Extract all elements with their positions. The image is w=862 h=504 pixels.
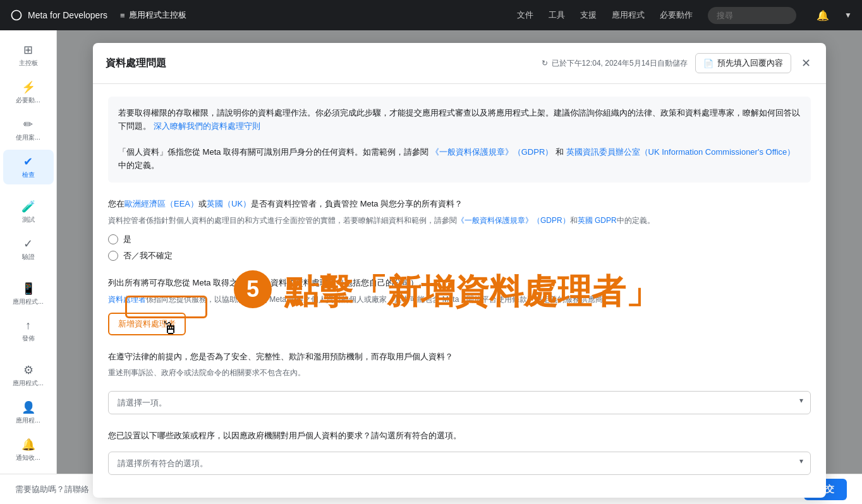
sidebar-item-label: 驗證 [22,253,35,261]
q3-question: 在遵守法律的前提內，您是否為了安全、完整性、欺詐和濫用預防機制，而存取用戶個人資… [108,351,811,364]
sidebar-item-usage[interactable]: ✏ 使用案... [3,112,54,147]
sidebar-item-label: 主控板 [19,59,38,68]
sidebar-item-app[interactable]: 📱 應用程式... [3,277,54,311]
modal-dialog: 資料處理問題 ↻ 已於下午12:04, 2024年5月14日自動儲存 📄 預先填… [93,43,826,498]
q1-question: 您在歐洲經濟區（EEA）或英國（UK）是否有資料控管者，負責管控 Meta 與您… [108,198,811,211]
sidebar-item-verify[interactable]: ✓ 驗證 [3,232,54,267]
q2-section: 列出所有將可存取您從 Meta 取得之用戶個人資料的資料處理者（包括您自己的公司… [108,277,811,335]
q3-dropdown-wrapper: 請選擇一項。 ▾ [108,386,811,414]
modal-title: 資料處理問題 [106,57,166,70]
nav-link-apps[interactable]: 應用程式 [612,9,645,21]
uk-gdpr-link[interactable]: 英國 GDPR [578,216,617,225]
data-policy-link[interactable]: 深入瞭解我們的資料處理守則 [154,121,260,131]
review-icon: ✔ [23,155,33,169]
sidebar-item-publish[interactable]: ↑ 發佈 [3,314,54,348]
q1-section: 您在歐洲經濟區（EEA）或英國（UK）是否有資料控管者，負責管控 Meta 與您… [108,198,811,261]
add-processor-label: 新增資料處理者 [118,318,176,330]
gdpr-link[interactable]: 《一般資料保護規章》（GDPR） [431,147,554,157]
q1-yes-radio[interactable] [108,234,118,244]
sidebar-item-label: 發佈 [22,334,35,343]
close-button[interactable]: ✕ [799,54,813,73]
q3-dropdown[interactable]: 請選擇一項。 [108,391,811,414]
sidebar-item-label: 測試 [22,215,35,224]
modal-body[interactable]: 若要取得權限的存取權限，請說明你的資料處理作法。你必須完成此步驟，才能提交應用程… [93,84,826,498]
test-icon: 🧪 [21,200,35,213]
q1-yes-label[interactable]: 是 [123,234,131,245]
nav-link-tools[interactable]: 工具 [549,9,565,21]
main-content: 資料處理問題 ↻ 已於下午12:04, 2024年5月14日自動儲存 📄 預先填… [57,30,862,474]
app-icon: 📱 [21,282,35,296]
settings-icon: ⚙ [23,363,33,377]
search-input[interactable] [708,7,796,24]
q2-note: 資料處理者係指向您提供服務，以協助您處理從 Meta 取得之個人資料的個人或廠家… [108,294,811,305]
sidebar-item-review[interactable]: ✔ 檢查 [3,150,54,184]
required-icon: ⚡ [21,80,35,94]
uk-link[interactable]: 英國（UK） [207,199,251,208]
top-navigation: Meta for Developers ≡ 應用程式主控板 文件 工具 支援 應… [0,0,862,30]
sidebar-item-required[interactable]: ⚡ 必要動... [3,75,54,110]
publish-icon: ↑ [25,319,31,332]
sidebar-item-notifications[interactable]: 🔔 通知收... [3,433,54,467]
top-nav-links: 文件 工具 支援 應用程式 必要動作 🔔 ▼ [517,7,852,24]
ico-suffix: 中的定義。 [118,160,159,170]
eea-link[interactable]: 歐洲經濟區（EEA） [124,199,198,208]
bell-icon[interactable]: 🔔 [816,9,829,21]
q1-no-option[interactable]: 否／我不確定 [108,250,811,261]
q1-note: 資料控管者係指針對個人資料的處理目的和方式進行全面控管的實體，若要瞭解詳細資料和… [108,215,811,226]
info-block: 若要取得權限的存取權限，請說明你的資料處理作法。你必須完成此步驟，才能提交應用程… [108,97,811,183]
verify-icon: ✓ [23,237,33,251]
gdpr-note-link[interactable]: 《一般資料保護規章》（GDPR） [457,216,570,225]
prefill-icon: 📄 [703,59,713,68]
modal-header: 資料處理問題 ↻ 已於下午12:04, 2024年5月14日自動儲存 📄 預先填… [93,43,826,84]
meta-logo[interactable]: Meta for Developers [10,9,107,21]
notifications-icon: 🔔 [21,438,35,452]
processor-link[interactable]: 資料處理者 [108,295,146,304]
q1-no-label[interactable]: 否／我不確定 [123,250,173,261]
users-icon: 👤 [21,400,35,414]
q4-question: 您已設置以下哪些政策或程序，以因應政府機關對用戶個人資料的要求？請勾選所有符合的… [108,429,811,443]
q1-no-radio[interactable] [108,251,118,261]
chevron-down-icon[interactable]: ▼ [844,11,852,20]
sidebar-item-label: 應用程式... [13,379,43,388]
q4-section: 您已設置以下哪些政策或程序，以因應政府機關對用戶個人資料的要求？請勾選所有符合的… [108,429,811,475]
add-processor-button[interactable]: 新增資料處理者 [108,313,186,335]
refresh-icon: ↻ [542,59,548,68]
sidebar-item-test[interactable]: 🧪 測試 [3,195,54,229]
q1-yes-option[interactable]: 是 [108,234,811,245]
q2-question: 列出所有將可存取您從 Meta 取得之用戶個人資料的資料處理者（包括您自己的公司… [108,277,811,290]
sidebar-item-users[interactable]: 👤 應用程... [3,395,54,430]
sidebar-item-label: 應用程式... [13,297,43,306]
sidebar-item-dashboard[interactable]: ⊞ 主控板 [3,38,54,73]
q4-dropdown-wrapper: 請選擇所有符合的選項。 ▾ [108,447,811,475]
q3-section: 在遵守法律的前提內，您是否為了安全、完整性、欺詐和濫用預防機制，而存取用戶個人資… [108,351,811,415]
sidebar-item-label: 必要動... [16,96,40,105]
dashboard-icon: ⊞ [23,43,33,57]
nav-link-required[interactable]: 必要動作 [660,9,693,21]
sidebar: ⊞ 主控板 ⚡ 必要動... ✏ 使用案... ✔ 檢查 🧪 測試 ✓ 驗證 📱… [0,30,57,474]
sidebar-item-settings[interactable]: ⚙ 應用程式... [3,358,54,393]
nav-link-support[interactable]: 支援 [580,9,597,21]
autosave-indicator: ↻ 已於下午12:04, 2024年5月14日自動儲存 [542,58,688,69]
sidebar-item-label: 使用案... [16,133,40,142]
sidebar-item-label: 通知收... [16,453,40,462]
nav-link-docs[interactable]: 文件 [517,9,533,21]
modal-overlay: 資料處理問題 ↻ 已於下午12:04, 2024年5月14日自動儲存 📄 預先填… [57,30,862,474]
sidebar-item-label: 應用程... [16,416,40,425]
q3-note: 重述刑事訴訟、政府令或法院命令的相關要求不包含在內。 [108,367,811,378]
ico-link[interactable]: 英國資訊委員辦公室（UK Information Commissioner's … [566,147,796,157]
personal-data-text: 「個人資料」係指您從 Meta 取得有關可識別用戶身分的任何資料。如需範例，請參… [118,147,428,157]
q4-dropdown[interactable]: 請選擇所有符合的選項。 [108,452,811,475]
nav-menu-icon[interactable]: ≡ 應用程式主控板 [120,9,186,21]
help-text: 需要協助嗎？請聯絡 [15,484,89,495]
usage-icon: ✏ [23,117,33,131]
prefill-button[interactable]: 📄 預先填入回覆內容 [695,53,791,73]
sidebar-item-label: 檢查 [22,171,35,179]
